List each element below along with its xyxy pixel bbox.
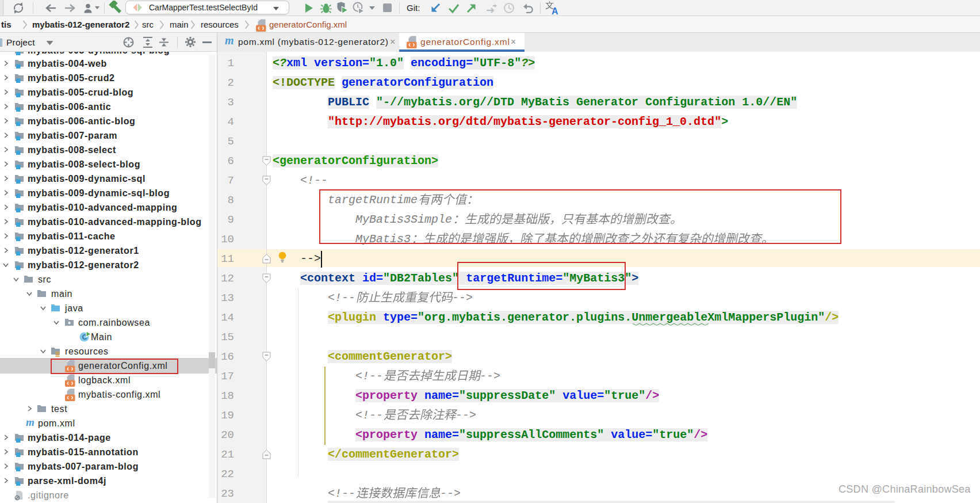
svg-text:A: A xyxy=(552,6,558,16)
